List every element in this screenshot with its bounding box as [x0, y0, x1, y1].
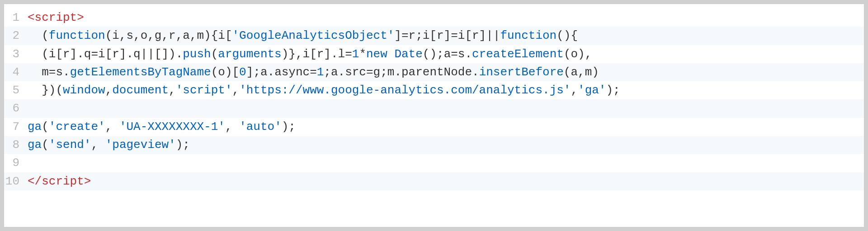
code-token: document [112, 83, 169, 97]
code-token: (o)[ [211, 65, 239, 79]
code-token: 'UA-XXXXXXXX-1' [119, 120, 225, 134]
code-token: ;a.src=g;m.parentNode. [324, 65, 479, 79]
code-token: insertBefore [479, 65, 564, 79]
code-token: ); [282, 120, 296, 134]
code-token: (i[r].q=i[r].q||[]). [28, 47, 183, 61]
code-token: 'send' [49, 138, 91, 152]
line-number: 1 [4, 9, 28, 27]
code-token: ]=r;i[r]=i[r]|| [394, 29, 500, 42]
line-number: 3 [4, 45, 28, 63]
code-token: ();a=s. [423, 47, 472, 61]
code-token: , [225, 120, 239, 134]
code-token: })( [28, 83, 63, 97]
code-line: 5 })(window,document,'script','https://w… [4, 81, 864, 99]
line-content: </script> [28, 172, 864, 190]
code-token: (i,s,o,g,r,a,m){i[ [105, 29, 232, 42]
code-token: <script> [28, 11, 84, 24]
code-token: </script> [28, 175, 91, 188]
code-token: )},i[r].l= [282, 47, 352, 61]
line-content [28, 154, 864, 172]
code-token: , [105, 83, 113, 97]
code-token: * [359, 47, 366, 61]
line-number: 7 [4, 118, 28, 136]
code-token: ); [606, 83, 620, 97]
code-line: 9 [4, 154, 864, 172]
code-token: 'auto' [239, 120, 282, 134]
code-line: 8ga('send', 'pageview'); [4, 136, 864, 154]
code-token: arguments [218, 47, 281, 61]
code-token [387, 47, 395, 61]
code-token: ];a.async= [246, 65, 317, 79]
line-content: <script> [28, 9, 864, 27]
line-number: 4 [4, 63, 28, 81]
code-token: ga [28, 138, 42, 152]
code-token: 'create' [49, 120, 105, 134]
line-content: ga('send', 'pageview'); [28, 136, 864, 154]
code-token: function [49, 29, 105, 42]
code-token: m=s. [28, 65, 70, 79]
code-token: function [500, 29, 557, 42]
code-token: , [105, 120, 119, 134]
code-token: ( [42, 120, 49, 134]
code-line: 4 m=s.getElementsByTagName(o)[0];a.async… [4, 63, 864, 81]
code-token: 'GoogleAnalyticsObject' [232, 29, 395, 42]
line-content: (function(i,s,o,g,r,a,m){i['GoogleAnalyt… [28, 27, 864, 45]
code-block: 1<script>2 (function(i,s,o,g,r,a,m){i['G… [4, 4, 864, 227]
line-number: 6 [4, 99, 28, 117]
code-token: , [232, 83, 240, 97]
code-token: ); [176, 138, 190, 152]
line-content: ga('create', 'UA-XXXXXXXX-1', 'auto'); [28, 118, 864, 136]
line-number: 10 [4, 172, 28, 190]
code-token: window [63, 83, 105, 97]
code-token: ( [211, 47, 218, 61]
code-line: 3 (i[r].q=i[r].q||[]).push(arguments)},i… [4, 45, 864, 63]
line-number: 5 [4, 81, 28, 99]
line-number: 9 [4, 154, 28, 172]
code-token: 'script' [176, 83, 232, 97]
code-token: 'https://www.google-analytics.com/analyt… [239, 83, 571, 97]
code-token: (a,m) [564, 65, 599, 79]
code-token: 1 [352, 47, 359, 61]
code-token: (o), [564, 47, 592, 61]
code-token: 0 [239, 65, 246, 79]
line-content: (i[r].q=i[r].q||[]).push(arguments)},i[r… [28, 45, 864, 63]
line-content: })(window,document,'script','https://www… [28, 81, 864, 99]
code-line: 10</script> [4, 172, 864, 190]
code-token: ga [28, 120, 42, 134]
code-token: 1 [317, 65, 324, 79]
line-number: 2 [4, 27, 28, 45]
code-token: 'pageview' [105, 138, 176, 152]
code-token: (){ [557, 29, 578, 42]
code-token: ( [28, 29, 49, 42]
code-token: Date [394, 47, 422, 61]
code-token: 'ga' [578, 83, 606, 97]
line-content: m=s.getElementsByTagName(o)[0];a.async=1… [28, 63, 864, 81]
code-line: 1<script> [4, 9, 864, 27]
code-line: 6 [4, 99, 864, 117]
code-token: ( [42, 138, 49, 152]
code-token: getElementsByTagName [70, 65, 211, 79]
code-token: new [366, 47, 387, 61]
code-token: , [571, 83, 578, 97]
code-token: , [169, 83, 176, 97]
code-line: 7ga('create', 'UA-XXXXXXXX-1', 'auto'); [4, 118, 864, 136]
code-token: push [183, 47, 211, 61]
code-line: 2 (function(i,s,o,g,r,a,m){i['GoogleAnal… [4, 27, 864, 45]
code-token: , [91, 138, 105, 152]
line-number: 8 [4, 136, 28, 154]
line-content [28, 99, 864, 117]
code-token: createElement [472, 47, 564, 61]
